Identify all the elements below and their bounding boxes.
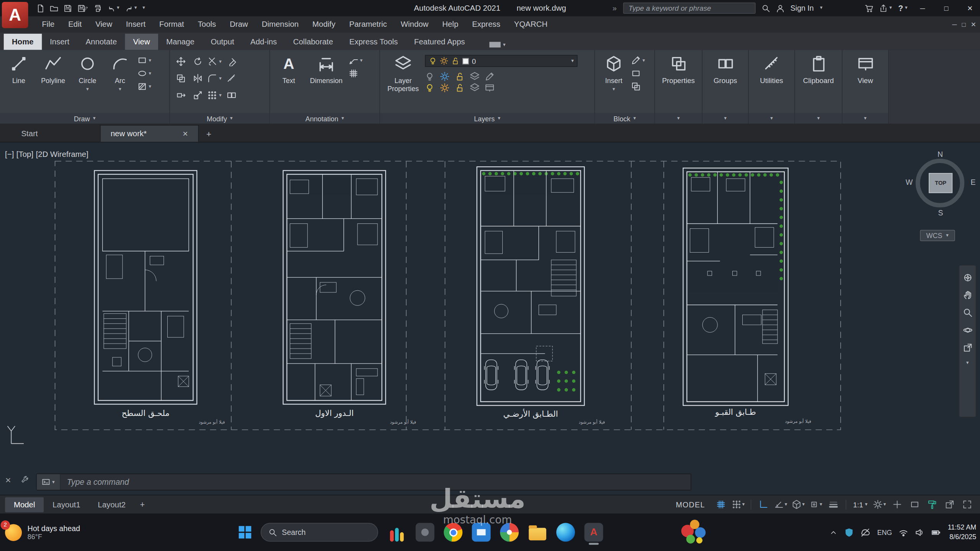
rotate-tool[interactable] (189, 53, 206, 70)
ribbon-tab-annotate[interactable]: Annotate (77, 34, 125, 50)
taskbar-search[interactable]: Search (261, 523, 378, 542)
layer-on-icon[interactable] (425, 83, 434, 92)
text-tool[interactable]: AText (274, 53, 304, 85)
copy-tool[interactable] (173, 70, 189, 87)
search-collapse-icon[interactable]: » (612, 4, 617, 13)
groups-panel-caret[interactable]: ▾ (702, 113, 748, 124)
wifi-icon[interactable] (899, 528, 908, 537)
security-shield-icon[interactable] (845, 528, 854, 537)
maximize-button[interactable]: □ (938, 0, 955, 16)
menu-insert[interactable]: Insert (119, 20, 152, 29)
menu-view[interactable]: View (88, 20, 119, 29)
language-indicator[interactable]: ENG (877, 528, 892, 536)
dimension-tool[interactable]: Dimension (306, 53, 346, 85)
ribbon-tab-manage[interactable]: Manage (158, 34, 203, 50)
menu-dimension[interactable]: Dimension (255, 20, 305, 29)
polyline-tool[interactable]: Polyline (36, 53, 70, 92)
menu-yqarch[interactable]: YQARCH (507, 20, 554, 29)
ribbon-tab-featured-apps[interactable]: Featured Apps (406, 34, 473, 50)
line-tool[interactable]: Line (4, 53, 34, 92)
layer-unlock-tool-icon[interactable] (455, 83, 464, 92)
edit-attribute-icon[interactable]: ▾ (631, 55, 645, 65)
view-panel-caret[interactable]: ▾ (843, 113, 888, 124)
properties-panel[interactable]: Properties ▾ (655, 50, 702, 124)
view-panel[interactable]: View ▾ (843, 50, 889, 124)
properties-panel-caret[interactable]: ▾ (655, 113, 702, 124)
isodraft-icon[interactable]: ▾ (791, 497, 806, 511)
tray-chevron-up-icon[interactable] (830, 528, 838, 536)
polar-tracking-icon[interactable]: ▾ (773, 497, 789, 511)
layer-off-icon[interactable] (425, 72, 434, 81)
ribbon-tab-addins[interactable]: Add-ins (242, 34, 285, 50)
application-menu-button[interactable]: A (2, 2, 28, 28)
user-icon[interactable] (776, 4, 784, 12)
erase-tool[interactable] (223, 53, 240, 70)
layer-on-bulb-icon[interactable] (429, 57, 437, 65)
layer-lock-icon[interactable] (455, 72, 464, 81)
layer-thaw-sun-icon[interactable] (440, 57, 448, 65)
start-button[interactable] (239, 526, 252, 539)
menu-edit[interactable]: Edit (61, 20, 88, 29)
ribbon-tab-insert[interactable]: Insert (42, 34, 77, 50)
show-motion-icon[interactable] (963, 343, 972, 352)
autocad-taskbar-icon[interactable]: A (585, 523, 603, 542)
layers-panel-label[interactable]: Layers▾ (380, 113, 595, 124)
viewcube[interactable]: N S W E TOP (910, 152, 972, 215)
qat-menu-icon[interactable]: ▾ (142, 6, 145, 11)
modify-panel-label[interactable]: Modify▾ (170, 113, 270, 124)
search-icon[interactable] (762, 4, 770, 12)
save-icon[interactable] (64, 4, 72, 12)
layer-isolate-icon[interactable] (470, 72, 479, 81)
doc-close-button[interactable]: ✕ (971, 21, 976, 28)
rectangle-tool[interactable]: ▾ (137, 55, 151, 65)
file-tab-start[interactable]: Start (0, 125, 100, 142)
zoom-extents-icon[interactable] (963, 308, 972, 317)
ribbon-tab-express-tools[interactable]: Express Tools (341, 34, 406, 50)
close-button[interactable]: ✕ (961, 0, 979, 16)
ribbon-tab-collaborate[interactable]: Collaborate (285, 34, 341, 50)
trim-tool[interactable]: ▾ (206, 53, 223, 70)
new-drawing-tab-icon[interactable]: + (206, 129, 211, 139)
command-line[interactable]: ▾ (36, 474, 691, 491)
layer-unisolate-icon[interactable] (470, 83, 479, 92)
model-space-canvas[interactable]: [−] [Top] [2D Wireframe] (0, 142, 980, 495)
file-tab-new-work[interactable]: new work* ✕ (100, 125, 199, 142)
ribbon-tab-home[interactable]: Home (4, 34, 42, 50)
chrome-icon[interactable] (444, 523, 462, 542)
mail-app-icon[interactable] (472, 523, 491, 542)
orbit-icon[interactable] (963, 326, 972, 335)
explode-tool[interactable] (223, 70, 240, 87)
ribbon-display-toggle[interactable]: ▾ (489, 42, 505, 47)
utilities-panel[interactable]: Utilities ▾ (749, 50, 795, 124)
clipboard-panel[interactable]: Clipboard ▾ (795, 50, 843, 124)
fillet-tool[interactable]: ▾ (206, 70, 223, 87)
utilities-panel-caret[interactable]: ▾ (749, 113, 794, 124)
full-navigation-wheel-icon[interactable] (963, 273, 972, 282)
menu-file[interactable]: File (35, 20, 61, 29)
graphics-performance-icon[interactable] (924, 497, 940, 511)
help-icon[interactable]: ?▾ (898, 3, 907, 13)
menu-window[interactable]: Window (394, 20, 436, 29)
annotation-add-icon[interactable] (889, 497, 905, 511)
pan-hand-icon[interactable] (963, 290, 972, 300)
model-paper-toggle[interactable]: MODEL (676, 500, 705, 509)
object-snap-icon[interactable]: ▾ (808, 497, 824, 511)
camera-app-icon[interactable] (416, 523, 434, 542)
lineweight-icon[interactable] (826, 497, 841, 511)
open-file-icon[interactable] (50, 4, 58, 12)
minimize-button[interactable]: ─ (914, 0, 931, 16)
file-tab-close-icon[interactable]: ✕ (182, 130, 188, 138)
wcs-menu[interactable]: WCS▾ (920, 230, 955, 241)
stretch-tool[interactable] (173, 87, 189, 104)
layer-properties-button[interactable]: Layer Properties (384, 53, 422, 93)
ribbon-tab-view[interactable]: View (125, 34, 158, 50)
circle-tool[interactable]: Circle▾ (72, 53, 102, 92)
layout1-tab[interactable]: Layout1 (44, 497, 89, 512)
scale-tool[interactable] (189, 87, 206, 104)
layer-match-icon[interactable] (485, 72, 494, 81)
file-explorer-icon[interactable] (528, 523, 547, 542)
sign-in-caret-icon[interactable]: ▾ (820, 6, 823, 11)
array-tool[interactable]: ▾ (206, 87, 223, 104)
annotation-scale-button[interactable]: 1:1▾ (851, 501, 870, 509)
grid-display-icon[interactable] (713, 497, 729, 511)
